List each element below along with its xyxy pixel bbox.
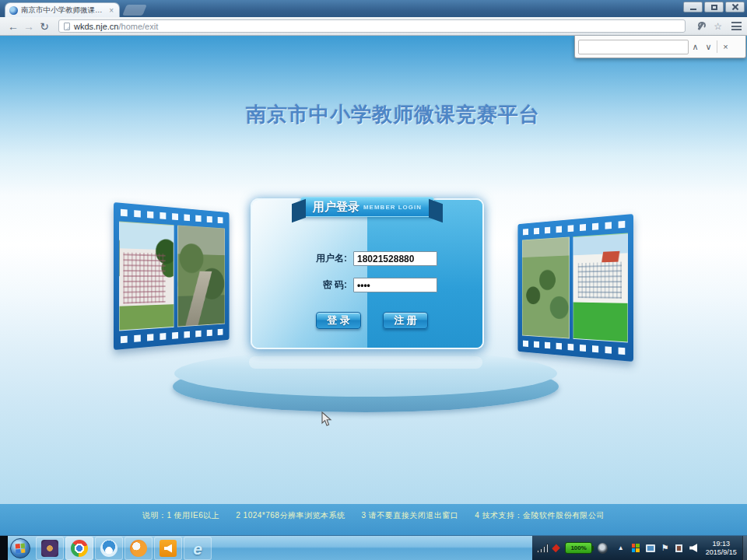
reload-button[interactable]: ↻ [37,21,52,32]
webcam-tray-icon[interactable] [598,543,608,554]
taskbar-app-chrome[interactable] [65,537,93,560]
tab-favicon-icon [9,6,18,15]
find-next-button[interactable]: ∨ [702,42,715,52]
taskbar-edge [0,536,8,560]
windows-logo-icon [16,544,26,554]
login-panel: 用户登录 MEMBER LOGIN 用户名: 密 码: 登 录 注 册 [251,198,484,349]
address-bar[interactable]: wkds.nje.cn /home/exit [58,19,686,33]
page-icon [64,23,70,30]
volume-icon[interactable] [689,544,697,552]
campus-photo [573,233,627,342]
browser-toolbar: ← → ↻ wkds.nje.cn /home/exit ☆ [0,17,747,36]
desktop-screen: 南京市中小学教师微课竞赛平台 × ← → ↻ wkds.nje.cn /home… [0,0,747,560]
campus-photo [119,221,174,331]
username-label: 用户名: [307,252,347,265]
find-close-button[interactable]: × [719,42,732,51]
start-button[interactable] [10,538,30,558]
mouse-cursor [321,411,332,427]
login-header-cn: 用户登录 [313,200,359,215]
campus-photo [522,236,570,338]
taskbar-app-media[interactable] [36,537,64,560]
minimize-icon [690,9,696,10]
signal-strength-icon[interactable] [537,544,549,553]
action-center-flag-icon[interactable]: ⚑ [661,544,669,552]
speaker-icon [164,544,172,553]
media-app-icon [41,540,58,557]
system-tray: 100% ▲ ⚑ 19:13 2015/9/15 [532,536,747,560]
hidden-icons-button[interactable]: ▲ [618,544,624,551]
tab-title: 南京市中小学教师微课竞赛平台 [21,5,107,16]
web-page: 南京市中小学教师微课竞赛平台 用户登录 MEMBER LOGIN [0,36,747,535]
window-close-button[interactable] [725,2,745,12]
windows-tray-icon[interactable] [632,544,640,552]
page-footer: 说明：1 使用IE6以上 2 1024*768分辨率浏览本系统 3 请不要直接关… [0,504,747,535]
taskbar: e 100% ▲ ⚑ 19:13 2015/9/15 [0,535,747,560]
display-tray-icon[interactable] [646,544,655,552]
stage-platform [173,350,559,417]
alert-icon[interactable] [552,544,560,552]
tab-close-icon[interactable]: × [107,6,115,15]
login-header-banner: 用户登录 MEMBER LOGIN [300,197,434,217]
window-maximize-button[interactable] [704,2,724,12]
battery-level: 100% [570,544,586,551]
url-path: /home/exit [118,22,158,31]
footer-note: 说明：1 使用IE6以上 2 1024*768分辨率浏览本系统 3 请不要直接关… [142,510,605,521]
taskbar-app-firefox[interactable] [124,537,153,560]
browser-menu-icon[interactable] [731,22,742,30]
film-strip-right [517,214,633,362]
window-minimize-button[interactable] [683,2,703,12]
login-button[interactable]: 登 录 [316,312,361,329]
platform-reflection [249,356,482,369]
taskbar-clock[interactable]: 19:13 2015/9/15 [703,540,739,557]
password-label: 密 码: [307,278,347,292]
window-controls [683,2,745,12]
username-input[interactable] [353,251,437,266]
clock-date: 2015/9/15 [703,548,739,557]
password-input[interactable] [353,278,437,292]
find-previous-button[interactable]: ∧ [689,42,702,52]
usb-tray-icon[interactable] [675,544,682,552]
url-host: wkds.nje.cn [74,22,118,31]
taskbar-app-recorder[interactable] [154,537,182,560]
clock-time: 19:13 [703,540,739,548]
maximize-icon [711,5,717,10]
divider [717,40,717,53]
forward-button[interactable]: → [21,21,37,32]
find-bar: ∧ ∨ × [574,36,746,58]
new-tab-button[interactable] [122,5,147,16]
find-input[interactable] [578,40,689,54]
wrench-icon[interactable] [696,23,704,30]
register-button[interactable]: 注 册 [383,312,428,329]
taskbar-app-qq[interactable] [95,537,123,560]
back-button[interactable]: ← [5,21,21,32]
show-desktop-button[interactable] [742,536,747,560]
browser-tab-strip: 南京市中小学教师微课竞赛平台 × [0,0,747,17]
taskbar-app-ie[interactable]: e [184,537,212,560]
chrome-icon [71,540,88,557]
battery-indicator[interactable]: 100% [565,542,592,554]
browser-tab[interactable]: 南京市中小学教师微课竞赛平台 × [5,2,120,17]
roof-detail [601,251,619,262]
film-strip-left [114,202,230,350]
qq-icon [100,540,117,557]
firefox-icon [130,540,147,557]
page-title: 南京市中小学教师微课竞赛平台 [19,101,747,128]
campus-photo [177,225,225,327]
login-header-en: MEMBER LOGIN [363,204,422,211]
bookmark-star-icon[interactable]: ☆ [714,22,722,31]
ie-icon: e [193,541,202,557]
recorder-icon [160,540,177,557]
